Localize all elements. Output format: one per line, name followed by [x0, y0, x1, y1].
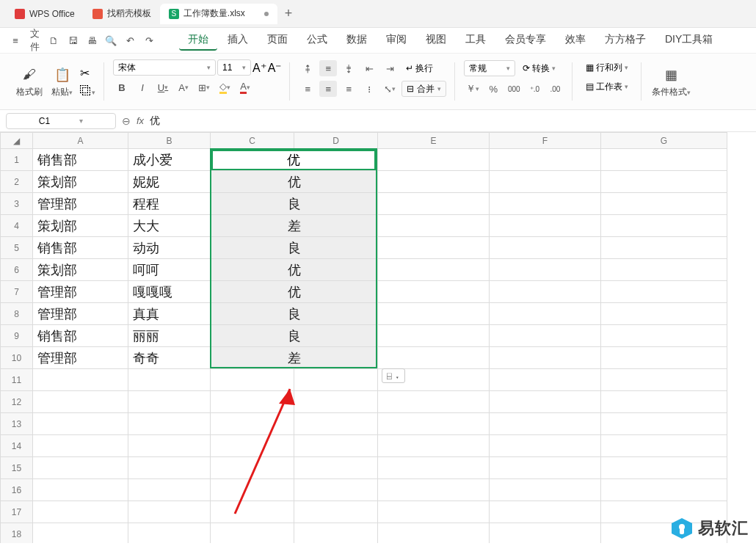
cell-C11[interactable]	[211, 369, 294, 391]
row-header-4[interactable]: 4	[1, 215, 33, 237]
cell-C16[interactable]	[211, 479, 294, 501]
wrap-text-button[interactable]: ↵ 换行	[401, 60, 437, 76]
cell-E7[interactable]	[378, 281, 490, 303]
cell-B10[interactable]: 奇奇	[128, 347, 211, 369]
cell-G15[interactable]	[601, 457, 727, 479]
cell-G4[interactable]	[601, 215, 727, 237]
cell-F4[interactable]	[490, 215, 601, 237]
cell-E2[interactable]	[378, 171, 490, 193]
distribute-icon[interactable]: ⫶	[360, 81, 378, 97]
cell-CD3[interactable]: 良	[211, 193, 378, 215]
cell-G14[interactable]	[601, 435, 727, 457]
cell-F11[interactable]	[490, 369, 601, 391]
qa-redo-icon[interactable]: ↷	[141, 32, 157, 48]
cell-G8[interactable]	[601, 303, 727, 325]
cell-D11[interactable]	[294, 369, 378, 391]
cell-D13[interactable]	[294, 413, 378, 435]
cell-A16[interactable]	[33, 479, 128, 501]
cell-CD1[interactable]	[211, 149, 378, 171]
cell-E3[interactable]	[378, 193, 490, 215]
col-header-A[interactable]: A	[33, 133, 128, 149]
align-right-icon[interactable]: ≡	[340, 81, 357, 97]
cell-F6[interactable]	[490, 259, 601, 281]
cell-A8[interactable]: 管理部	[33, 303, 128, 325]
cell-A13[interactable]	[33, 413, 128, 435]
tab-workbook[interactable]: S 工作簿数量.xlsx	[160, 4, 277, 24]
menu-tab-vip[interactable]: 会员专享	[496, 30, 555, 51]
cell-G7[interactable]	[601, 281, 727, 303]
menu-tab-formula[interactable]: 公式	[298, 30, 336, 51]
rows-cols-button[interactable]: ▦ 行和列▾	[581, 59, 633, 76]
conditional-format-button[interactable]: ▦ 条件格式▾	[647, 58, 695, 105]
cell-A18[interactable]	[33, 523, 128, 544]
fill-color-button[interactable]: ◇▾	[216, 79, 233, 95]
percent-button[interactable]: %	[484, 81, 502, 97]
cell-F1[interactable]	[490, 149, 601, 171]
copy-icon[interactable]: ⿻▾	[80, 84, 95, 98]
row-header-1[interactable]: 1	[1, 149, 33, 171]
cell-D14[interactable]	[294, 435, 378, 457]
cell-E18[interactable]	[378, 523, 490, 544]
menu-tab-page[interactable]: 页面	[258, 30, 297, 51]
worksheet-button[interactable]: ▤ 工作表▾	[581, 79, 633, 95]
cell-F15[interactable]	[490, 457, 601, 479]
font-name-select[interactable]: 宋体▾	[113, 59, 216, 76]
cell-D18[interactable]	[294, 523, 378, 544]
spreadsheet-grid[interactable]: ◢ABCDEFG1销售部成小爱2策划部妮妮优3管理部程程良4策划部大大差5销售部…	[0, 132, 756, 543]
decimal-dec-button[interactable]: .00	[546, 81, 564, 97]
select-all-corner[interactable]: ◢	[1, 133, 33, 149]
cell-F14[interactable]	[490, 435, 601, 457]
indent-inc-icon[interactable]: ⇥	[381, 60, 399, 76]
italic-button[interactable]: I	[134, 79, 151, 95]
paste-button[interactable]: 📋 粘贴▾	[47, 58, 77, 105]
row-header-5[interactable]: 5	[1, 237, 33, 259]
cell-B3[interactable]: 程程	[128, 193, 211, 215]
cell-B8[interactable]: 真真	[128, 303, 211, 325]
cell-D16[interactable]	[294, 479, 378, 501]
cell-E15[interactable]	[378, 457, 490, 479]
cell-E14[interactable]	[378, 435, 490, 457]
cell-E10[interactable]	[378, 347, 490, 369]
cell-A3[interactable]: 管理部	[33, 193, 128, 215]
cell-G2[interactable]	[601, 171, 727, 193]
file-menu[interactable]: 文件	[26, 32, 43, 48]
cell-G10[interactable]	[601, 347, 727, 369]
cell-B5[interactable]: 动动	[128, 237, 211, 259]
cell-G3[interactable]	[601, 193, 727, 215]
menu-tab-insert[interactable]: 插入	[219, 30, 257, 51]
cell-F7[interactable]	[490, 281, 601, 303]
cell-E13[interactable]	[378, 413, 490, 435]
row-header-17[interactable]: 17	[1, 501, 33, 523]
menu-tab-tools[interactable]: 工具	[457, 30, 495, 51]
cell-A17[interactable]	[33, 501, 128, 523]
tab-templates[interactable]: 找稻壳模板	[84, 4, 160, 24]
border-button[interactable]: ⊞▾	[195, 79, 213, 95]
cell-CD4[interactable]: 差	[211, 215, 378, 237]
qa-undo-icon[interactable]: ↶	[122, 32, 138, 48]
convert-button[interactable]: ⟳ 转换▾	[518, 60, 560, 76]
thousand-sep-button[interactable]: 000	[505, 81, 523, 97]
cell-B14[interactable]	[128, 435, 211, 457]
row-header-11[interactable]: 11	[1, 369, 33, 391]
cell-F2[interactable]	[490, 171, 601, 193]
cell-F10[interactable]	[490, 347, 601, 369]
cell-B4[interactable]: 大大	[128, 215, 211, 237]
font-color-button[interactable]: A▾	[236, 79, 254, 95]
cell-G9[interactable]	[601, 325, 727, 347]
cell-C15[interactable]	[211, 457, 294, 479]
increase-font-button[interactable]: A⁺	[252, 61, 266, 75]
cell-B9[interactable]: 丽丽	[128, 325, 211, 347]
cell-B12[interactable]	[128, 391, 211, 413]
menu-tab-ffgz[interactable]: 方方格子	[596, 30, 655, 51]
cell-A12[interactable]	[33, 391, 128, 413]
cell-A9[interactable]: 销售部	[33, 325, 128, 347]
col-header-C[interactable]: C	[211, 133, 294, 149]
row-header-2[interactable]: 2	[1, 171, 33, 193]
cell-CD6[interactable]: 优	[211, 259, 378, 281]
cell-F16[interactable]	[490, 479, 601, 501]
row-header-18[interactable]: 18	[1, 523, 33, 544]
cell-A7[interactable]: 管理部	[33, 281, 128, 303]
row-header-16[interactable]: 16	[1, 479, 33, 501]
cell-G6[interactable]	[601, 259, 727, 281]
align-left-icon[interactable]: ≡	[299, 81, 316, 97]
